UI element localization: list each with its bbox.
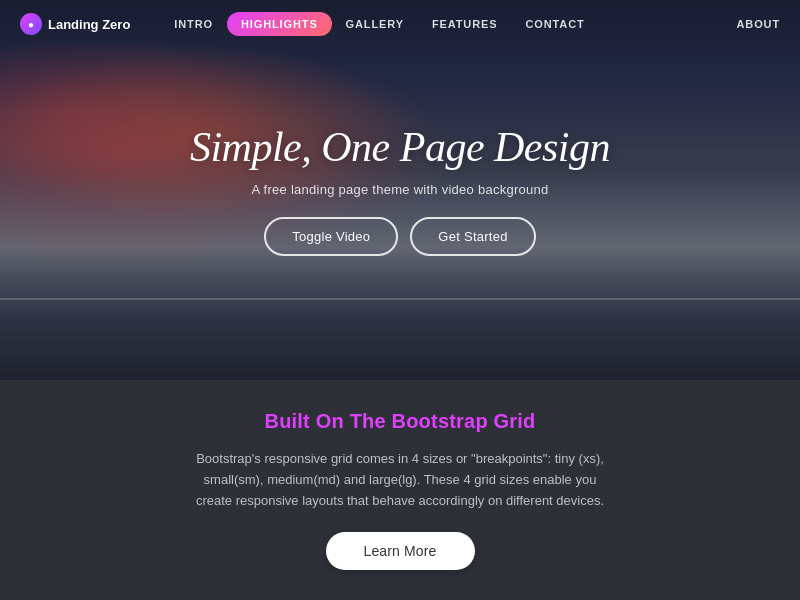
toggle-video-button[interactable]: Toggle Video bbox=[264, 217, 398, 256]
hero-title: Simple, One Page Design bbox=[190, 124, 610, 170]
navbar: ● Landing Zero INTRO HIGHLIGHTS GALLERY … bbox=[0, 0, 800, 48]
nav-logo[interactable]: ● Landing Zero bbox=[20, 13, 130, 35]
nav-link-intro[interactable]: INTRO bbox=[160, 12, 227, 36]
nav-links: INTRO HIGHLIGHTS GALLERY FEATURES CONTAC… bbox=[160, 12, 736, 36]
nav-link-about[interactable]: ABOUT bbox=[736, 18, 780, 30]
bootstrap-section: Built On The Bootstrap Grid Bootstrap's … bbox=[0, 380, 800, 600]
nav-link-features[interactable]: FEATURES bbox=[418, 12, 512, 36]
nav-link-highlights[interactable]: HIGHLIGHTS bbox=[227, 12, 332, 36]
logo-text: Landing Zero bbox=[48, 17, 130, 32]
hero-content: Simple, One Page Design A free landing p… bbox=[190, 124, 610, 256]
logo-icon: ● bbox=[20, 13, 42, 35]
nav-link-gallery[interactable]: GALLERY bbox=[332, 12, 418, 36]
hero-buttons: Toggle Video Get Started bbox=[264, 217, 535, 256]
get-started-button[interactable]: Get Started bbox=[410, 217, 535, 256]
hero-subtitle: A free landing page theme with video bac… bbox=[252, 182, 549, 197]
learn-more-button[interactable]: Learn More bbox=[326, 532, 475, 570]
nav-link-contact[interactable]: CONTACT bbox=[511, 12, 598, 36]
hero-section: Simple, One Page Design A free landing p… bbox=[0, 0, 800, 380]
road-line bbox=[0, 298, 800, 300]
section-body: Bootstrap's responsive grid comes in 4 s… bbox=[190, 449, 610, 511]
section-title: Built On The Bootstrap Grid bbox=[265, 410, 536, 433]
